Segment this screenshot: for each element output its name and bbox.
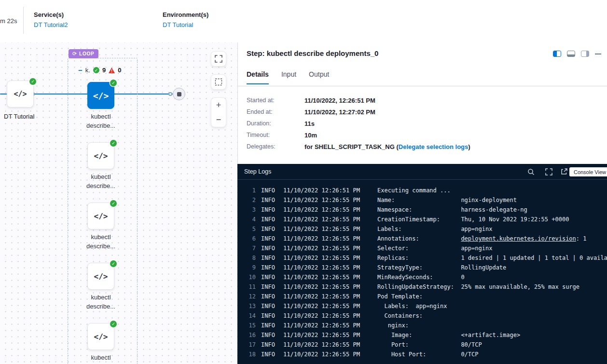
log-level: INFO [261, 272, 278, 282]
zoom-in-button[interactable]: + [211, 98, 226, 112]
step-node-0[interactable]: </>✓ [87, 82, 114, 109]
log-message: Containers: [377, 311, 423, 321]
log-timestamp: 11/10/2022 12:26:55 PM [283, 234, 365, 243]
log-level: INFO [261, 301, 278, 311]
success-count: 9 [102, 67, 106, 74]
log-line-number: 8 [243, 253, 256, 263]
connector-dot [168, 92, 172, 96]
detail-row: Duration:11s [247, 118, 601, 129]
code-icon: </> [94, 151, 108, 161]
text-part: 11s [304, 120, 315, 127]
text-part: RollingUpdateStrategy: 25% max unavailab… [377, 283, 579, 290]
log-level: INFO [261, 292, 278, 301]
text-part: ) [468, 143, 470, 150]
step-node-3[interactable]: </>✓ [87, 263, 114, 290]
loop-group-header[interactable]: − k. ✓ 9 0 [78, 67, 121, 74]
log-message: CreationTimestamp: Thu, 10 Nov 2022 19:2… [377, 215, 569, 224]
service-link[interactable]: DT Tutorial2 [34, 21, 68, 28]
text-part: Image: <+artifact.image> [377, 332, 520, 338]
step-label: kubectldescribe... [74, 293, 127, 311]
log-line-number: 15 [243, 321, 256, 330]
tab-output[interactable]: Output [309, 70, 329, 84]
code-icon: </> [94, 272, 108, 281]
stop-square-icon [177, 92, 181, 96]
logs-header: Step Logs Console View [237, 164, 607, 180]
text-part: Replicas: 1 desired | 1 updated | 1 tota… [377, 255, 607, 261]
log-timestamp: 11/10/2022 12:26:55 PM [283, 272, 365, 282]
step-node-2[interactable]: </>✓ [87, 202, 114, 229]
services-block: Service(s) DT Tutorial2 [34, 11, 68, 28]
bottom-panel-view-icon[interactable] [567, 51, 575, 57]
search-icon[interactable] [527, 168, 535, 175]
log-timestamp: 11/10/2022 12:26:55 PM [283, 195, 365, 205]
log-timestamp: 11/10/2022 12:26:55 PM [283, 311, 365, 321]
open-in-new-icon[interactable] [561, 168, 567, 175]
detail-label: Timeout: [247, 132, 304, 138]
success-check-icon: ✓ [93, 67, 99, 73]
log-message: Annotations: deployment.kubernetes.io/re… [377, 234, 587, 243]
log-level: INFO [261, 234, 278, 243]
log-line-number: 5 [243, 224, 256, 234]
step-details-panel: Step: kubectl describe deployments_0 Det… [237, 42, 607, 164]
log-line: 5INFO11/10/2022 12:26:55 PMLabels: app=n… [243, 224, 607, 234]
log-level: INFO [261, 263, 278, 272]
tab-details[interactable]: Details [247, 70, 269, 84]
expand-logs-icon[interactable] [545, 168, 552, 175]
log-timestamp: 11/10/2022 12:26:55 PM [283, 215, 365, 224]
log-line: 8INFO11/10/2022 12:26:55 PMReplicas: 1 d… [243, 253, 607, 263]
log-line-number: 3 [243, 205, 256, 215]
environment-link[interactable]: DT Tutorial [163, 21, 208, 28]
inline-link[interactable]: deployment.kubernetes.io/revision [461, 235, 576, 242]
code-icon: </> [94, 332, 108, 341]
log-line: 12INFO11/10/2022 12:26:55 PMPod Template… [243, 292, 607, 301]
split-view-icon[interactable] [553, 51, 561, 57]
log-line: 10INFO11/10/2022 12:26:55 PMMinReadySeco… [243, 272, 607, 282]
detail-value: 11s [304, 120, 315, 127]
log-line-number: 9 [243, 263, 256, 272]
text-part: Pod Template: [377, 293, 423, 300]
zoom-out-button[interactable]: − [211, 112, 226, 127]
execution-header: m 22s Service(s) DT Tutorial2 Environmen… [0, 0, 607, 42]
elapsed-time: m 22s [0, 17, 17, 25]
code-icon: </> [14, 90, 27, 98]
log-line: 16INFO11/10/2022 12:26:55 PM Image: <+ar… [243, 330, 607, 340]
detail-row: Started at:11/10/2022, 12:26:51 PM [247, 94, 601, 106]
right-panel-view-icon[interactable] [581, 51, 589, 57]
text-part: Selector: app=nginx [377, 245, 492, 252]
pipeline-graph-canvas[interactable]: ⟳ LOOP − k. ✓ 9 0 </> ✓ DT Tutorial </>✓… [0, 42, 237, 364]
log-line: 11INFO11/10/2022 12:26:55 PMRollingUpdat… [243, 282, 607, 292]
log-line-number: 4 [243, 215, 256, 224]
log-line: 13INFO11/10/2022 12:26:55 PM Labels: app… [243, 301, 607, 311]
loop-group-name: k. [85, 67, 90, 74]
text-part: : 1 [576, 235, 587, 242]
log-timestamp: 11/10/2022 12:26:55 PM [283, 292, 365, 301]
collapse-icon[interactable]: − [78, 67, 83, 73]
success-check-icon: ✓ [110, 140, 117, 147]
marquee-select-button[interactable] [211, 74, 226, 90]
log-level: INFO [261, 340, 278, 350]
step-node-1[interactable]: </>✓ [87, 142, 114, 169]
log-line-number: 18 [243, 350, 256, 359]
minimize-icon[interactable] [595, 54, 601, 54]
tab-input[interactable]: Input [281, 70, 296, 84]
console-view-button[interactable]: Console View [569, 167, 607, 176]
text-part: Containers: [377, 312, 423, 319]
detail-label: Started at: [247, 97, 304, 104]
layout-toggle-icons [553, 51, 601, 57]
step-label: kubectldescribe... [74, 172, 127, 190]
marquee-select-icon [215, 78, 222, 86]
log-line: 18INFO11/10/2022 12:26:55 PM Host Port: … [243, 350, 607, 359]
log-line-number: 11 [243, 282, 256, 292]
inline-link[interactable]: Delegate selection logs [399, 143, 469, 150]
log-line: 14INFO11/10/2022 12:26:55 PM Containers: [243, 311, 607, 321]
detail-label: Duration: [247, 120, 304, 127]
log-level: INFO [261, 205, 278, 215]
fit-to-screen-button[interactable] [211, 51, 226, 67]
stage-node[interactable]: </> ✓ [7, 81, 34, 108]
loop-badge: ⟳ LOOP [69, 49, 98, 58]
log-lines: 1INFO11/10/2022 12:26:51 PMExecuting com… [237, 180, 607, 359]
step-label: kubectldescribe... [74, 112, 127, 130]
detail-value: 10m [304, 132, 317, 139]
step-node-4[interactable]: </>✓ [87, 323, 114, 350]
text-part: StrategyType: RollingUpdate [377, 264, 506, 271]
